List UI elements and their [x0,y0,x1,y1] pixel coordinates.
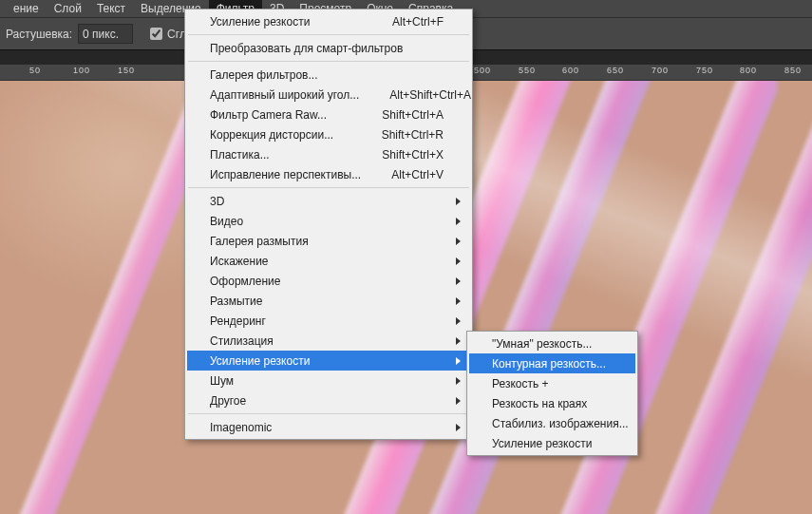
submenu-unsharp-mask[interactable]: Контурная резкость... [469,353,635,373]
ruler-tick: 550 [519,66,536,75]
menu-item[interactable]: ение [6,0,47,17]
ruler-tick: 850 [784,66,802,75]
antialias-checkbox[interactable] [150,28,162,40]
menu-separator [188,187,469,188]
menu-lens-correction[interactable]: Коррекция дисторсии...Shift+Ctrl+R [187,124,470,144]
sharpen-submenu: "Умная" резкость... Контурная резкость..… [466,331,638,456]
menu-last-filter[interactable]: Усиление резкостиAlt+Ctrl+F [187,11,470,31]
ruler-tick: 750 [696,66,713,75]
menu-separator [188,61,469,62]
ruler-tick: 700 [651,66,669,75]
menu-camera-raw[interactable]: Фильтр Camera Raw...Shift+Ctrl+A [187,105,470,124]
menu-stylize[interactable]: Стилизация [187,331,470,351]
menu-3d[interactable]: 3D [187,191,470,211]
chevron-right-icon [456,238,461,245]
ruler-tick: 500 [474,66,491,75]
filter-menu: Усиление резкостиAlt+Ctrl+F Преобразоват… [184,9,473,440]
chevron-right-icon [456,377,461,385]
submenu-sharpen-edges[interactable]: Резкость на краях [469,393,635,413]
menu-imagenomic[interactable]: Imagenomic [187,417,470,437]
submenu-shake-reduction[interactable]: Стабилиз. изображения... [469,413,635,433]
ruler-tick: 150 [118,66,135,75]
menu-blur-gallery[interactable]: Галерея размытия [187,231,470,251]
menu-separator [188,34,469,35]
menu-separator [188,413,469,414]
menu-other[interactable]: Другое [187,390,470,410]
ruler-tick: 600 [562,66,579,75]
chevron-right-icon [456,297,461,305]
submenu-smart-sharpen[interactable]: "Умная" резкость... [469,333,635,353]
chevron-right-icon [456,218,461,225]
ruler-tick: 100 [73,66,90,75]
chevron-right-icon [456,424,461,431]
chevron-right-icon [456,257,461,265]
menu-noise[interactable]: Шум [187,371,470,390]
feather-input[interactable] [78,24,133,44]
menu-blur[interactable]: Размытие [187,291,470,311]
chevron-right-icon [456,198,461,205]
menu-convert-smart[interactable]: Преобразовать для смарт-фильтров [187,38,470,58]
chevron-right-icon [456,357,461,365]
menu-liquify[interactable]: Пластика...Shift+Ctrl+X [187,144,470,164]
menu-distort[interactable]: Искажение [187,251,470,271]
chevron-right-icon [456,277,461,285]
menu-pixelate[interactable]: Оформление [187,271,470,291]
chevron-right-icon [456,337,461,345]
menu-render[interactable]: Рендеринг [187,311,470,331]
menu-filter-gallery[interactable]: Галерея фильтров... [187,65,470,85]
menu-item[interactable]: Слой [47,0,89,17]
menu-adaptive-wide[interactable]: Адаптивный широкий угол...Alt+Shift+Ctrl… [187,85,470,105]
ruler-tick: 650 [607,66,624,75]
chevron-right-icon [456,317,461,325]
menu-sharpen[interactable]: Усиление резкости [187,351,470,371]
chevron-right-icon [456,397,461,405]
menu-item[interactable]: Текст [89,0,133,17]
submenu-sharpen-more[interactable]: Резкость + [469,373,635,393]
submenu-sharpen[interactable]: Усиление резкости [469,433,635,453]
ruler-tick: 50 [29,66,41,75]
ruler-tick: 800 [740,66,757,75]
menu-vanishing-point[interactable]: Исправление перспективы...Alt+Ctrl+V [187,164,470,184]
feather-label: Растушевка: [6,28,72,41]
menu-video[interactable]: Видео [187,211,470,231]
